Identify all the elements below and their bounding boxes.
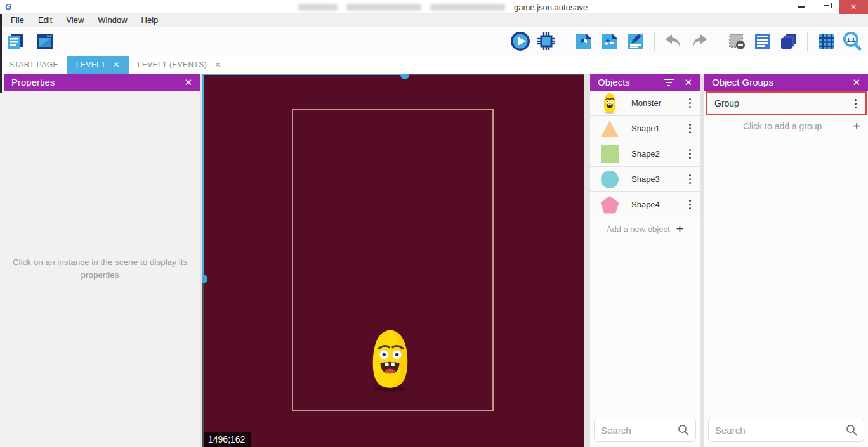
toggle-grid-button[interactable] bbox=[815, 30, 837, 52]
groups-search-input[interactable] bbox=[715, 425, 846, 436]
instances-list-button[interactable] bbox=[752, 30, 773, 52]
close-icon: ✕ bbox=[850, 3, 857, 11]
toolbar-divider bbox=[67, 32, 67, 51]
close-panel-icon[interactable]: ✕ bbox=[852, 77, 860, 88]
panel-divider[interactable] bbox=[584, 74, 590, 447]
layers-button[interactable] bbox=[778, 30, 799, 52]
close-button[interactable]: ✕ bbox=[839, 0, 868, 14]
object-name: Monster bbox=[620, 98, 687, 108]
game-window-border-left-highlight bbox=[202, 74, 204, 280]
objects-search-input[interactable] bbox=[601, 425, 678, 436]
undo-button[interactable] bbox=[662, 30, 684, 52]
object-row-shape2[interactable]: Shape2 bbox=[590, 141, 700, 167]
layers-icon bbox=[779, 32, 798, 51]
menu-bar: File Edit View Window Help bbox=[0, 14, 868, 27]
game-window-border-top-highlight bbox=[202, 74, 406, 75]
selection-mask-remove-icon bbox=[727, 32, 746, 51]
tab-close-icon[interactable]: ✕ bbox=[113, 60, 119, 69]
instances-list-icon bbox=[753, 32, 772, 51]
groups-search-box[interactable] bbox=[708, 418, 864, 442]
project-manager-button[interactable] bbox=[5, 30, 27, 52]
object-menu-icon[interactable] bbox=[687, 172, 694, 186]
toolbar: 1:1 bbox=[0, 27, 868, 56]
properties-panel-title: Properties bbox=[11, 77, 55, 87]
filter-icon[interactable] bbox=[664, 79, 674, 86]
menu-window[interactable]: Window bbox=[91, 14, 134, 27]
close-panel-icon[interactable]: ✕ bbox=[184, 77, 192, 88]
object-row-shape4[interactable]: Shape4 bbox=[590, 192, 700, 217]
object-menu-icon[interactable] bbox=[687, 197, 694, 212]
tab-start-page[interactable]: START PAGE bbox=[0, 56, 67, 74]
object-row-shape1[interactable]: Shape1 bbox=[590, 116, 700, 141]
square-thumbnail-icon bbox=[600, 144, 620, 164]
object-name: Shape4 bbox=[620, 200, 687, 209]
gdevelop-logo-icon: G bbox=[3, 2, 13, 12]
collapsed-panel-edge bbox=[0, 14, 2, 93]
objects-panel-icon bbox=[574, 32, 593, 51]
minimize-button[interactable] bbox=[788, 0, 813, 14]
menu-help[interactable]: Help bbox=[135, 14, 166, 27]
open-objects-panel-button[interactable] bbox=[573, 30, 595, 52]
object-row-monster[interactable]: Monster bbox=[590, 91, 700, 116]
monster-thumbnail-icon bbox=[600, 93, 620, 113]
open-object-groups-panel-button[interactable] bbox=[599, 30, 621, 52]
zoom-original-button[interactable]: 1:1 bbox=[841, 30, 863, 52]
tab-label: LEVEL1 (EVENTS) bbox=[138, 60, 207, 69]
redacted-title-segment bbox=[430, 4, 505, 11]
toolbar-divider bbox=[718, 32, 718, 51]
object-groups-panel-title: Object Groups bbox=[712, 77, 773, 87]
window-title: game.json.autosave bbox=[514, 3, 588, 12]
panel-divider[interactable] bbox=[700, 74, 704, 447]
window-title-area: game.json.autosave bbox=[298, 0, 588, 14]
add-group-button[interactable]: Click to add a group + bbox=[704, 115, 868, 137]
circle-thumbnail-icon bbox=[600, 169, 620, 190]
object-menu-icon[interactable] bbox=[687, 146, 694, 161]
zoom-1-1-icon: 1:1 bbox=[842, 31, 862, 51]
object-groups-panel-icon bbox=[600, 32, 619, 51]
debugger-chip-icon bbox=[537, 32, 556, 51]
properties-panel: Properties ✕ Click on an instance in the… bbox=[0, 74, 200, 447]
plus-icon: + bbox=[853, 120, 860, 133]
scene-canvas[interactable]: 1496;162 bbox=[202, 74, 584, 447]
monster-instance[interactable] bbox=[369, 327, 412, 393]
plus-icon: + bbox=[676, 223, 684, 235]
objects-search-box[interactable] bbox=[594, 418, 696, 442]
tab-level1-events[interactable]: LEVEL1 (EVENTS) ✕ bbox=[129, 56, 230, 74]
group-menu-icon[interactable] bbox=[852, 96, 859, 111]
open-properties-panel-button[interactable] bbox=[625, 30, 647, 52]
cursor-coordinates: 1496;162 bbox=[204, 432, 251, 447]
window-resize-handle-left[interactable] bbox=[202, 275, 207, 283]
editor-tab-bar: START PAGE LEVEL1 ✕ LEVEL1 (EVENTS) ✕ bbox=[0, 56, 868, 74]
tab-close-icon[interactable]: ✕ bbox=[214, 60, 221, 69]
window-resize-handle-top[interactable] bbox=[400, 74, 409, 79]
close-panel-icon[interactable]: ✕ bbox=[684, 77, 692, 88]
objects-panel: Objects ✕ Monster bbox=[590, 74, 700, 447]
project-manager-icon bbox=[6, 32, 25, 51]
object-menu-icon[interactable] bbox=[687, 96, 694, 110]
redacted-title-segment bbox=[298, 4, 338, 11]
redo-button[interactable] bbox=[688, 30, 710, 52]
group-row-selected[interactable]: Group bbox=[706, 91, 867, 115]
toolbar-divider bbox=[654, 32, 655, 51]
delete-instances-button[interactable] bbox=[726, 30, 747, 52]
tab-label: START PAGE bbox=[9, 60, 58, 69]
object-menu-icon[interactable] bbox=[687, 121, 694, 136]
menu-file[interactable]: File bbox=[4, 14, 31, 27]
scene-window-button[interactable] bbox=[34, 30, 56, 52]
object-groups-panel: Object Groups ✕ Group Click to add a gro… bbox=[704, 74, 868, 447]
tab-label: LEVEL1 bbox=[76, 60, 105, 69]
restore-button[interactable] bbox=[813, 0, 839, 14]
add-object-button[interactable]: Add a new object + bbox=[590, 217, 700, 240]
tab-level1[interactable]: LEVEL1 ✕ bbox=[67, 56, 129, 74]
toolbar-divider bbox=[565, 32, 565, 51]
menu-edit[interactable]: Edit bbox=[31, 14, 59, 27]
properties-empty-message: Click on an instance in the scene to dis… bbox=[8, 256, 192, 282]
play-icon bbox=[510, 30, 531, 52]
properties-panel-header: Properties ✕ bbox=[4, 74, 200, 91]
object-row-shape3[interactable]: Shape3 bbox=[590, 167, 700, 192]
objects-panel-header: Objects ✕ bbox=[590, 74, 700, 91]
debug-button[interactable] bbox=[536, 30, 557, 52]
undo-icon bbox=[664, 32, 683, 51]
menu-view[interactable]: View bbox=[59, 14, 91, 27]
preview-button[interactable] bbox=[510, 30, 531, 52]
